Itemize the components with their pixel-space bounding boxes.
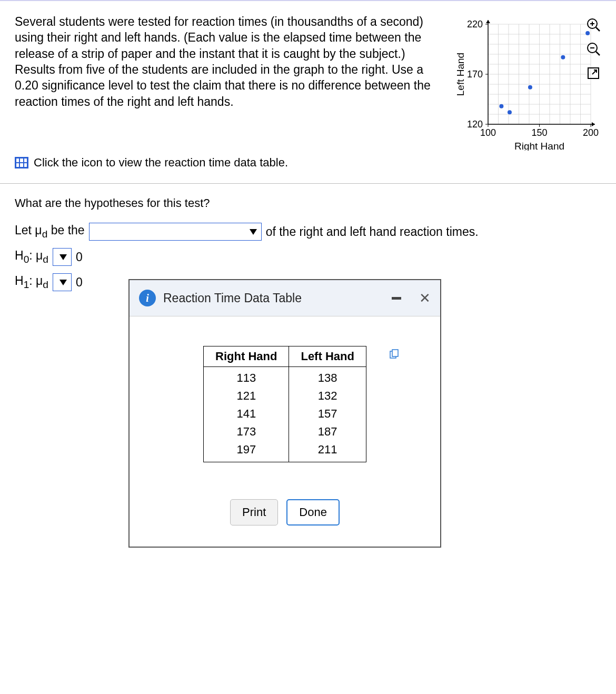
chevron-down-icon: [59, 254, 67, 260]
h1-value: 0: [76, 275, 83, 290]
svg-text:220: 220: [467, 19, 483, 29]
minimize-icon[interactable]: [392, 297, 401, 300]
of-the-text: of the right and left hand reaction time…: [266, 225, 479, 239]
svg-point-39: [561, 55, 565, 60]
view-data-table-link[interactable]: Click the icon to view the reaction time…: [34, 156, 288, 170]
h1-operator-dropdown[interactable]: [53, 273, 72, 291]
svg-line-50: [596, 52, 600, 55]
svg-point-38: [528, 85, 532, 90]
chevron-down-icon: [250, 229, 257, 235]
h0-value: 0: [76, 250, 83, 264]
zoom-in-icon[interactable]: [584, 16, 602, 34]
popup-icon[interactable]: [584, 64, 602, 82]
table-row: 121132: [204, 387, 366, 405]
svg-text:200: 200: [583, 127, 599, 138]
table-row: 197211: [204, 441, 366, 462]
close-icon[interactable]: ✕: [419, 290, 431, 306]
h1-label: H1: μd: [15, 274, 48, 291]
done-button[interactable]: Done: [286, 499, 340, 526]
reaction-time-table: Right HandLeft Hand113138121132141157173…: [203, 346, 366, 462]
mu-definition-dropdown[interactable]: [89, 223, 262, 241]
table-header: Left Hand: [289, 346, 366, 367]
problem-statement: Several students were tested for reactio…: [15, 14, 446, 151]
svg-text:150: 150: [531, 127, 547, 138]
question-title: What are the hypotheses for this test?: [15, 196, 601, 210]
svg-text:Right Hand: Right Hand: [514, 141, 564, 151]
svg-text:120: 120: [467, 119, 483, 130]
table-row: 113138: [204, 367, 366, 388]
zoom-out-icon[interactable]: [584, 40, 602, 58]
chevron-down-icon: [59, 280, 67, 285]
info-icon: i: [139, 290, 156, 306]
svg-text:170: 170: [467, 69, 483, 80]
modal-title: Reaction Time Data Table: [163, 291, 384, 305]
copy-icon[interactable]: [390, 348, 399, 358]
print-button[interactable]: Print: [230, 499, 278, 526]
svg-point-37: [508, 110, 512, 114]
svg-line-46: [596, 27, 600, 31]
let-mu-text: Let μd be the: [15, 223, 85, 240]
h0-label: H0: μd: [15, 249, 48, 265]
h0-operator-dropdown[interactable]: [53, 248, 72, 266]
svg-rect-44: [392, 350, 398, 356]
svg-point-36: [499, 104, 503, 108]
table-header: Right Hand: [204, 346, 289, 367]
data-table-modal: i Reaction Time Data Table ✕ Right HandL…: [128, 279, 441, 548]
table-row: 173187: [204, 423, 366, 441]
table-icon[interactable]: [15, 157, 28, 168]
svg-text:Left Hand: Left Hand: [456, 53, 466, 96]
scatter-chart: 100150200120170220Right HandLeft Hand: [456, 14, 601, 151]
table-row: 141157: [204, 405, 366, 423]
